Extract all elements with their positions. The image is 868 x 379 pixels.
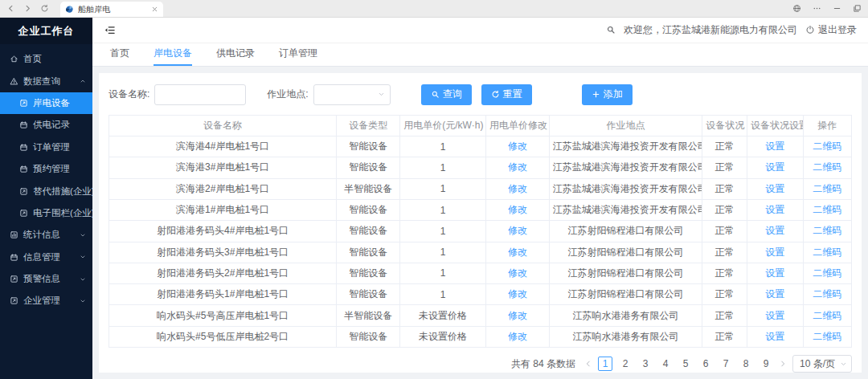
setting-link[interactable]: 设置 bbox=[765, 161, 784, 173]
sidebar-item-home[interactable]: 首页 bbox=[0, 48, 92, 70]
sidebar-item-alternative-measures[interactable]: 替代措施(企业) bbox=[0, 180, 92, 202]
sidebar-item-statistics-info[interactable]: 统计信息 bbox=[0, 224, 92, 246]
setting-link[interactable]: 设置 bbox=[765, 204, 784, 215]
page-size-select[interactable]: 10 条/页 bbox=[792, 355, 852, 373]
sidebar-item-shore-power-device[interactable]: 岸电设备 bbox=[0, 92, 92, 114]
sidebar-item-label: 统计信息 bbox=[23, 229, 60, 241]
qr-link[interactable]: 二维码 bbox=[813, 141, 841, 152]
page-button-8[interactable]: 8 bbox=[739, 357, 753, 371]
sidebar-item-enterprise-management[interactable]: 企业管理 bbox=[0, 290, 92, 312]
cell-type: 智能设备 bbox=[337, 157, 400, 178]
logout-icon bbox=[805, 25, 815, 35]
modify-link[interactable]: 修改 bbox=[508, 141, 527, 152]
setting-link[interactable]: 设置 bbox=[765, 247, 784, 258]
tab-shore-power-device[interactable]: 岸电设备 bbox=[154, 43, 192, 66]
sidebar-item-electronic-fence[interactable]: 电子围栏(企业) bbox=[0, 202, 92, 224]
modify-link[interactable]: 修改 bbox=[508, 204, 527, 215]
browser-tab[interactable]: 船舶岸电 bbox=[60, 2, 163, 17]
page-button-2[interactable]: 2 bbox=[618, 357, 633, 371]
cell-qr: 二维码 bbox=[803, 199, 851, 220]
qr-link[interactable]: 二维码 bbox=[813, 161, 841, 173]
page-button-7[interactable]: 7 bbox=[719, 357, 733, 371]
globe-icon[interactable] bbox=[792, 4, 801, 13]
browser-back-icon[interactable] bbox=[6, 4, 15, 13]
cell-status: 正常 bbox=[702, 221, 747, 242]
sidebar-item-reservation-management[interactable]: 预约管理 bbox=[0, 158, 92, 180]
cell-qr: 二维码 bbox=[803, 326, 851, 347]
search-button[interactable]: 查询 bbox=[421, 84, 472, 105]
setting-link[interactable]: 设置 bbox=[765, 183, 784, 194]
sidebar-item-power-supply-record[interactable]: 供电记录 bbox=[0, 114, 92, 136]
device-list-card: 设备名称: 作业地点: 查询 重置 bbox=[99, 73, 862, 373]
reset-button[interactable]: 重置 bbox=[481, 84, 532, 105]
cell-status: 正常 bbox=[702, 157, 747, 178]
qr-link[interactable]: 二维码 bbox=[813, 331, 841, 342]
page-button-4[interactable]: 4 bbox=[658, 357, 673, 371]
qr-link[interactable]: 二维码 bbox=[813, 310, 841, 321]
next-page-icon[interactable] bbox=[779, 360, 787, 368]
page-button-3[interactable]: 3 bbox=[638, 357, 653, 371]
add-button[interactable]: 添加 bbox=[582, 84, 633, 105]
browser-forward-icon[interactable] bbox=[23, 4, 32, 13]
tab-power-supply-record[interactable]: 供电记录 bbox=[216, 43, 255, 66]
location-select[interactable] bbox=[313, 84, 391, 105]
cell-price: 1 bbox=[400, 221, 486, 242]
warning-icon bbox=[10, 275, 18, 283]
cell-name: 射阳港港务码头1#岸电桩1号口 bbox=[109, 284, 337, 305]
page-button-5[interactable]: 5 bbox=[678, 357, 693, 371]
tab-order-management[interactable]: 订单管理 bbox=[279, 43, 317, 66]
cell-qr: 二维码 bbox=[803, 157, 851, 178]
setting-link[interactable]: 设置 bbox=[765, 141, 784, 152]
sidebar-item-data-query[interactable]: 数据查询 bbox=[0, 70, 92, 92]
page-button-1[interactable]: 1 bbox=[598, 357, 612, 371]
cell-type: 半智能设备 bbox=[337, 178, 400, 199]
setting-link[interactable]: 设置 bbox=[765, 225, 784, 236]
window-restore-icon[interactable] bbox=[853, 4, 862, 13]
sidebar-item-order-management[interactable]: 订单管理 bbox=[0, 137, 92, 158]
modify-link[interactable]: 修改 bbox=[508, 183, 527, 194]
setting-link[interactable]: 设置 bbox=[765, 310, 784, 321]
cell-name: 射阳港港务码头3#岸电桩1号口 bbox=[109, 242, 337, 263]
setting-link[interactable]: 设置 bbox=[765, 288, 784, 300]
modify-link[interactable]: 修改 bbox=[508, 267, 527, 279]
sidebar-item-warning-info[interactable]: 预警信息 bbox=[0, 268, 92, 290]
modify-link[interactable]: 修改 bbox=[508, 331, 527, 342]
modify-link[interactable]: 修改 bbox=[508, 225, 527, 236]
tab-home[interactable]: 首页 bbox=[110, 43, 129, 66]
qr-link[interactable]: 二维码 bbox=[813, 267, 841, 279]
modify-link[interactable]: 修改 bbox=[508, 288, 527, 300]
column-header: 用电单价修改 bbox=[485, 115, 549, 136]
logout-button[interactable]: 退出登录 bbox=[805, 23, 857, 37]
sidebar-item-label: 首页 bbox=[23, 53, 42, 65]
qr-link[interactable]: 二维码 bbox=[813, 288, 841, 300]
cell-setting: 设置 bbox=[747, 284, 803, 305]
menu-fold-icon[interactable] bbox=[104, 24, 116, 36]
browser-more-icon[interactable] bbox=[813, 4, 821, 13]
browser-reload-icon[interactable] bbox=[40, 4, 49, 13]
page-button-6[interactable]: 6 bbox=[698, 357, 713, 371]
cell-status: 正常 bbox=[702, 263, 747, 283]
modify-link[interactable]: 修改 bbox=[508, 310, 527, 321]
cell-modify: 修改 bbox=[485, 221, 549, 242]
window-minimize-icon[interactable] bbox=[833, 4, 841, 13]
setting-link[interactable]: 设置 bbox=[765, 267, 784, 279]
prev-page-icon[interactable] bbox=[584, 360, 592, 368]
modify-link[interactable]: 修改 bbox=[508, 161, 527, 173]
chevron-down-icon bbox=[378, 91, 385, 98]
sidebar-item-information-management[interactable]: 信息管理 bbox=[0, 247, 92, 268]
setting-link[interactable]: 设置 bbox=[765, 331, 784, 342]
qr-link[interactable]: 二维码 bbox=[813, 225, 841, 236]
device-name-input[interactable] bbox=[154, 84, 246, 105]
qr-link[interactable]: 二维码 bbox=[813, 183, 841, 194]
pagination: 共有 84 条数据 123456789 10 条/页 bbox=[108, 355, 852, 373]
table-row: 射阳港港务码头2#岸电桩1号口智能设备1修改江苏射阳锦程港口有限公司正常设置二维… bbox=[109, 263, 852, 283]
cell-setting: 设置 bbox=[747, 137, 803, 157]
qr-link[interactable]: 二维码 bbox=[813, 247, 841, 258]
search-icon[interactable] bbox=[606, 25, 616, 35]
tab-close-icon[interactable] bbox=[151, 6, 158, 13]
modify-link[interactable]: 修改 bbox=[508, 247, 527, 258]
sidebar-item-label: 订单管理 bbox=[33, 141, 70, 153]
page-button-9[interactable]: 9 bbox=[759, 357, 773, 371]
qr-link[interactable]: 二维码 bbox=[813, 204, 841, 215]
stats-icon bbox=[10, 230, 18, 239]
